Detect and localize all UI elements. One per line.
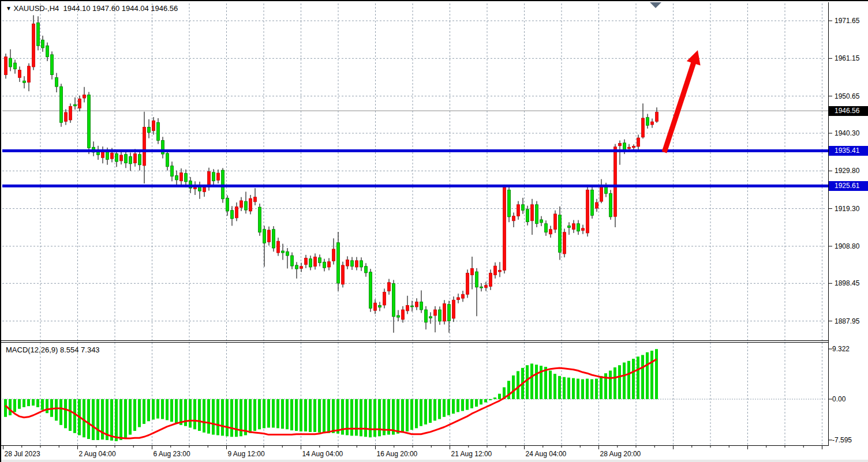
- macd-histogram-bar: [429, 399, 432, 423]
- candle-bear: [157, 122, 160, 140]
- candle-bear: [37, 22, 40, 46]
- symbol-dropdown-icon[interactable]: ▼: [6, 5, 12, 12]
- candle-bear: [365, 266, 368, 273]
- macd-histogram-bar: [87, 399, 90, 439]
- candle-bull: [596, 202, 598, 208]
- macd-histogram-bar: [424, 399, 427, 425]
- macd-histogram-bar: [350, 399, 353, 435]
- trend-arrow-line[interactable]: [664, 61, 694, 152]
- candle-bear: [411, 306, 414, 307]
- macd-histogram-bar: [623, 363, 626, 399]
- candle-bear: [46, 46, 49, 57]
- candle-wick: [499, 262, 500, 277]
- macd-histogram-bar: [438, 399, 441, 419]
- macd-histogram-bar: [64, 399, 67, 428]
- macd-histogram-bar: [646, 352, 649, 399]
- macd-histogram-bar: [281, 399, 284, 429]
- macd-histogram-bar: [203, 399, 205, 433]
- macd-histogram-bar: [198, 399, 201, 431]
- candle-bear: [9, 58, 12, 67]
- macd-histogram-bar: [170, 399, 173, 422]
- macd-histogram-bar: [627, 361, 630, 399]
- horizontal-level-line[interactable]: [2, 185, 828, 187]
- macd-histogram-bar: [360, 399, 362, 436]
- panel-separator-2: [1, 342, 828, 343]
- macd-histogram-bar: [493, 397, 496, 399]
- chart-shift-marker-icon[interactable]: [650, 2, 661, 8]
- candle-bull: [102, 152, 104, 158]
- candle-bull: [466, 273, 469, 295]
- candle-bear: [369, 272, 372, 309]
- macd-histogram-bar: [133, 399, 136, 431]
- candle-bear: [282, 251, 285, 253]
- macd-histogram-bar: [175, 399, 178, 423]
- candle-wick: [255, 188, 255, 205]
- macd-histogram-bar: [36, 399, 39, 407]
- candle-wick: [287, 248, 287, 268]
- time-axis-label: 14 Aug 04:00: [302, 449, 343, 459]
- candle-bull: [586, 190, 589, 233]
- macd-histogram-bar: [595, 379, 598, 399]
- candle-bear: [291, 256, 294, 266]
- candle-bear: [295, 265, 298, 269]
- macd-histogram-bar: [401, 399, 404, 433]
- candle-bear: [536, 205, 538, 224]
- macd-histogram-bar: [392, 399, 395, 435]
- candle-bull: [203, 187, 206, 191]
- hline-price-label-1935[interactable]: 1935.41: [829, 146, 868, 156]
- macd-histogram-bar: [577, 379, 579, 399]
- candle-bear: [55, 78, 58, 87]
- macd-histogram-bar: [433, 399, 436, 420]
- candle-bull: [268, 230, 271, 242]
- candle-bull: [462, 294, 465, 298]
- current-price-label: 1946.56: [829, 106, 868, 116]
- candle-bear: [425, 310, 428, 322]
- chart-title: ▼ XAUUSD-,H4 1944.10 1947.60 1944.04 194…: [6, 4, 178, 13]
- hline-price-label-1925[interactable]: 1925.61: [829, 181, 868, 191]
- macd-histogram-bar: [443, 399, 446, 417]
- candle-bear: [508, 190, 511, 217]
- candle-bear: [476, 272, 478, 287]
- macd-histogram-bar: [4, 399, 7, 417]
- macd-histogram-bar: [517, 371, 519, 399]
- macd-histogram-bar: [27, 399, 30, 406]
- macd-histogram-bar: [549, 371, 552, 399]
- candle-bull: [485, 286, 488, 288]
- candle-bull: [18, 70, 21, 78]
- candle-bear: [577, 224, 580, 231]
- macd-histogram-bar: [276, 399, 279, 428]
- candle-bear: [351, 261, 354, 266]
- candle-bear: [23, 81, 26, 82]
- candle-bull: [471, 268, 474, 275]
- macd-histogram-bar: [618, 365, 621, 399]
- macd-histogram-bar: [263, 399, 265, 428]
- macd-histogram-bar: [244, 399, 247, 435]
- candle-bull: [600, 186, 603, 201]
- candle-bear: [439, 310, 442, 321]
- macd-histogram-bar: [447, 399, 450, 415]
- candle-wick: [296, 262, 297, 279]
- macd-histogram-bar: [18, 399, 21, 409]
- panel-separator[interactable]: [1, 340, 828, 341]
- macd-histogram-bar: [553, 374, 556, 399]
- macd-histogram-bar: [318, 399, 321, 433]
- macd-histogram-bar: [23, 399, 25, 407]
- macd-histogram-bar: [558, 376, 561, 399]
- candle-bull: [374, 303, 377, 310]
- candle-bull: [512, 216, 515, 221]
- candle-bull: [152, 121, 155, 130]
- candle-bear: [263, 230, 266, 243]
- horizontal-level-line[interactable]: [2, 149, 828, 152]
- candle-bull: [651, 122, 654, 125]
- candle-bull: [356, 261, 358, 267]
- price-axis-label: 1950.65: [835, 92, 859, 101]
- macd-histogram-bar: [655, 349, 658, 399]
- candle-bull: [78, 99, 81, 108]
- macd-histogram-bar: [364, 399, 367, 437]
- candle-bull: [499, 271, 502, 272]
- macd-histogram-bar: [369, 399, 372, 437]
- macd-histogram-bar: [650, 351, 653, 399]
- candle-bull: [235, 207, 238, 218]
- price-chart-canvas[interactable]: [1, 1, 868, 462]
- candle-bear: [226, 198, 229, 211]
